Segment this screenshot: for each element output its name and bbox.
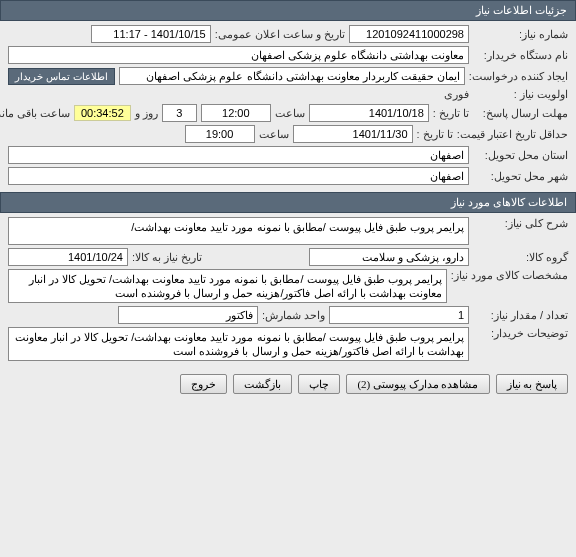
need-date-field[interactable] bbox=[8, 248, 128, 266]
goods-spec-field[interactable]: پرایمر پروب طبق فایل پیوست /مطابق با نمو… bbox=[8, 269, 447, 303]
need-desc-field[interactable]: پرایمر پروب طبق فایل پیوست /مطابق با نمو… bbox=[8, 217, 469, 245]
attachments-button[interactable]: مشاهده مدارک پیوستی (2) bbox=[346, 374, 489, 394]
price-hour-field[interactable] bbox=[185, 125, 255, 143]
contact-buyer-button[interactable]: اطلاعات تماس خریدار bbox=[8, 68, 115, 85]
price-date-field[interactable] bbox=[293, 125, 413, 143]
label-to-date-1: تا تاریخ : bbox=[433, 107, 469, 120]
city-field[interactable] bbox=[8, 167, 469, 185]
label-need-desc: شرح کلی نیاز: bbox=[473, 217, 568, 230]
buyer-notes-field[interactable]: پرایمر پروب طبق فایل پیوست /مطابق با نمو… bbox=[8, 327, 469, 361]
label-reply-deadline: مهلت ارسال پاسخ: bbox=[473, 107, 568, 120]
unit-field[interactable] bbox=[118, 306, 258, 324]
label-need-date: تاریخ نیاز به کالا: bbox=[132, 251, 202, 264]
goods-info-form: شرح کلی نیاز: پرایمر پروب طبق فایل پیوست… bbox=[0, 213, 576, 368]
request-creator-field[interactable] bbox=[119, 67, 465, 85]
need-info-form: شماره نیاز: تاریخ و ساعت اعلان عمومی: نا… bbox=[0, 21, 576, 192]
label-buyer-org: نام دستگاه خریدار: bbox=[473, 49, 568, 62]
back-button[interactable]: بازگشت bbox=[233, 374, 292, 394]
days-remaining-field bbox=[162, 104, 197, 122]
qty-field[interactable] bbox=[329, 306, 469, 324]
need-info-header: جزئیات اطلاعات نیاز bbox=[0, 0, 576, 21]
label-province: استان محل تحویل: bbox=[473, 149, 568, 162]
label-qty: تعداد / مقدار نیاز: bbox=[473, 309, 568, 322]
need-number-field[interactable] bbox=[349, 25, 469, 43]
label-unit: واحد شمارش: bbox=[262, 309, 325, 322]
label-priority: اولویت نیاز : bbox=[473, 88, 568, 101]
reply-button[interactable]: پاسخ به نیاز bbox=[496, 374, 569, 394]
announce-dt-field[interactable] bbox=[91, 25, 211, 43]
reply-date-field[interactable] bbox=[309, 104, 429, 122]
goods-info-header: اطلاعات کالاهای مورد نیاز bbox=[0, 192, 576, 213]
label-hour-2: ساعت bbox=[259, 128, 289, 141]
label-hour-1: ساعت bbox=[275, 107, 305, 120]
label-days-and: روز و bbox=[135, 107, 158, 120]
print-button[interactable]: چاپ bbox=[298, 374, 340, 394]
buyer-org-field[interactable] bbox=[8, 46, 469, 64]
label-goods-group: گروه کالا: bbox=[473, 251, 568, 264]
label-hours-remaining: ساعت باقی مانده bbox=[0, 107, 70, 120]
countdown-timer: 00:34:52 bbox=[74, 105, 131, 121]
button-bar: پاسخ به نیاز مشاهده مدارک پیوستی (2) چاپ… bbox=[0, 368, 576, 400]
label-announce-dt: تاریخ و ساعت اعلان عمومی: bbox=[215, 28, 345, 41]
label-buyer-notes: توضیحات خریدار: bbox=[473, 327, 568, 340]
label-price-validity: حداقل تاریخ اعتبار قیمت: bbox=[457, 128, 568, 141]
priority-value: فوری bbox=[444, 88, 469, 101]
goods-group-field[interactable] bbox=[309, 248, 469, 266]
exit-button[interactable]: خروج bbox=[180, 374, 227, 394]
province-field[interactable] bbox=[8, 146, 469, 164]
label-to-date-2: تا تاریخ : bbox=[417, 128, 453, 141]
label-city: شهر محل تحویل: bbox=[473, 170, 568, 183]
label-need-number: شماره نیاز: bbox=[473, 28, 568, 41]
label-request-creator: ایجاد کننده درخواست: bbox=[469, 70, 568, 83]
reply-hour-field[interactable] bbox=[201, 104, 271, 122]
label-goods-spec: مشخصات کالای مورد نیاز: bbox=[451, 269, 568, 282]
